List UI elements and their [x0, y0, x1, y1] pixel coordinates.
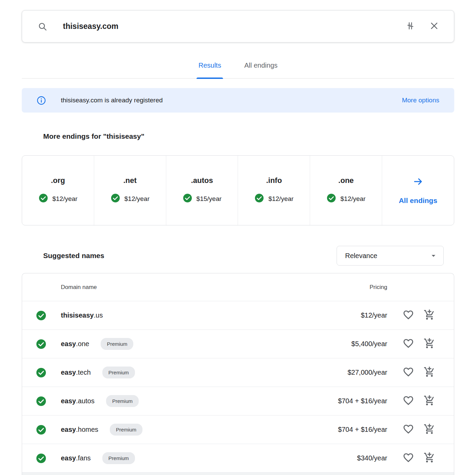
- available-check-icon: [111, 193, 120, 205]
- domain-price: $704 + $16/year: [338, 426, 387, 434]
- domain-price: $27,000/year: [347, 369, 387, 376]
- close-icon: [429, 21, 439, 32]
- table-row[interactable]: easy.autos Premium $704 + $16/year: [22, 387, 454, 415]
- premium-badge: Premium: [101, 338, 133, 350]
- available-check-icon: [36, 424, 47, 435]
- add-to-cart-button[interactable]: [421, 364, 438, 381]
- table-row[interactable]: easy.fans Premium $340/year: [22, 444, 454, 473]
- available-check-icon: [326, 193, 336, 205]
- domain-price: $340/year: [357, 454, 387, 462]
- suggested-names-table: Domain name Pricing thisiseasy.us $12/ye…: [22, 273, 454, 475]
- arrow-right-icon: [413, 176, 424, 188]
- premium-badge: Premium: [102, 367, 135, 378]
- filter-tune-button[interactable]: [402, 18, 419, 35]
- ending-tld: .one: [338, 176, 354, 185]
- search-icon: [38, 22, 47, 31]
- page: Results All endings thisiseasy.com is al…: [22, 10, 454, 475]
- add-to-cart-button[interactable]: [421, 422, 438, 438]
- column-header-pricing: Pricing: [370, 284, 387, 291]
- favorite-button[interactable]: [400, 364, 417, 381]
- search-bar: [22, 10, 454, 43]
- favorite-button[interactable]: [400, 307, 417, 324]
- endings-card: .org $12/year .net $12/year .autos $15/y…: [22, 155, 454, 225]
- domain-name: easy.homes: [61, 426, 98, 434]
- sort-dropdown[interactable]: Relevance: [337, 246, 444, 266]
- available-check-icon: [36, 310, 47, 321]
- info-icon: [37, 96, 46, 105]
- ending-card-one[interactable]: .one $12/year: [310, 156, 382, 225]
- table-row[interactable]: easy.tech Premium $27,000/year: [22, 358, 454, 387]
- add-cart-icon: [424, 452, 435, 464]
- add-cart-icon: [424, 338, 435, 350]
- heart-icon: [403, 452, 414, 464]
- add-to-cart-button[interactable]: [421, 336, 438, 352]
- chevron-down-icon: [429, 251, 438, 260]
- domain-price: $12/year: [361, 311, 387, 319]
- tab-results[interactable]: Results: [197, 56, 223, 78]
- table-row[interactable]: easy.homes Premium $704 + $16/year: [22, 415, 454, 444]
- domain-name: easy.tech: [61, 369, 91, 376]
- domain-name: easy.one: [61, 340, 89, 348]
- add-cart-icon: [424, 395, 435, 407]
- all-endings-card[interactable]: All endings: [382, 156, 454, 225]
- add-to-cart-button[interactable]: [421, 450, 438, 466]
- clear-search-button[interactable]: [426, 18, 442, 35]
- premium-badge: Premium: [102, 452, 135, 464]
- available-check-icon: [183, 193, 192, 205]
- favorite-button[interactable]: [400, 336, 417, 352]
- add-to-cart-button[interactable]: [421, 393, 438, 409]
- available-check-icon: [38, 193, 48, 205]
- favorite-button[interactable]: [400, 422, 417, 438]
- tune-icon: [406, 21, 415, 32]
- next-row-partial: [22, 473, 454, 475]
- ending-tld: .net: [123, 176, 137, 185]
- ending-price-label: $12/year: [52, 195, 78, 203]
- heart-icon: [403, 395, 414, 407]
- more-options-link[interactable]: More options: [402, 97, 439, 104]
- favorite-button[interactable]: [400, 393, 417, 409]
- table-row[interactable]: thisiseasy.us $12/year: [22, 301, 454, 330]
- ending-price-label: $12/year: [340, 195, 366, 203]
- domain-price: $5,400/year: [351, 340, 387, 348]
- premium-badge: Premium: [110, 424, 142, 436]
- registered-banner: thisiseasy.com is already registered Mor…: [22, 88, 454, 113]
- add-cart-icon: [424, 366, 435, 379]
- available-check-icon: [254, 193, 264, 205]
- available-check-icon: [36, 367, 47, 378]
- sort-value: Relevance: [345, 252, 377, 260]
- add-cart-icon: [424, 309, 435, 322]
- suggested-names-header: Suggested names Relevance: [22, 246, 454, 266]
- ending-price-label: $12/year: [268, 195, 293, 203]
- domain-name: thisiseasy.us: [61, 311, 103, 319]
- available-check-icon: [36, 396, 47, 407]
- heart-icon: [403, 309, 414, 322]
- results-tabs: Results All endings: [22, 56, 454, 79]
- add-to-cart-button[interactable]: [421, 307, 438, 324]
- table-row[interactable]: easy.one Premium $5,400/year: [22, 330, 454, 358]
- all-endings-label: All endings: [399, 197, 437, 205]
- ending-card-net[interactable]: .net $12/year: [94, 156, 166, 225]
- favorite-button[interactable]: [400, 450, 417, 466]
- ending-tld: .info: [266, 176, 282, 185]
- suggested-names-title: Suggested names: [43, 252, 104, 260]
- ending-card-autos[interactable]: .autos $15/year: [166, 156, 238, 225]
- available-check-icon: [36, 339, 47, 350]
- domain-price: $704 + $16/year: [338, 397, 387, 405]
- heart-icon: [403, 366, 414, 379]
- ending-price-label: $15/year: [197, 195, 222, 203]
- search-input[interactable]: [63, 22, 395, 31]
- heart-icon: [403, 338, 414, 350]
- ending-price-label: $12/year: [124, 195, 150, 203]
- tab-all-endings[interactable]: All endings: [242, 56, 279, 78]
- ending-card-org[interactable]: .org $12/year: [22, 156, 94, 225]
- domain-name: easy.fans: [61, 454, 91, 462]
- banner-message: thisiseasy.com is already registered: [61, 97, 163, 104]
- ending-tld: .org: [51, 176, 65, 185]
- column-header-domain: Domain name: [61, 284, 370, 291]
- domain-name: easy.autos: [61, 397, 95, 405]
- heart-icon: [403, 423, 414, 436]
- available-check-icon: [36, 453, 47, 464]
- add-cart-icon: [424, 423, 435, 436]
- ending-card-info[interactable]: .info $12/year: [238, 156, 310, 225]
- premium-badge: Premium: [106, 395, 139, 407]
